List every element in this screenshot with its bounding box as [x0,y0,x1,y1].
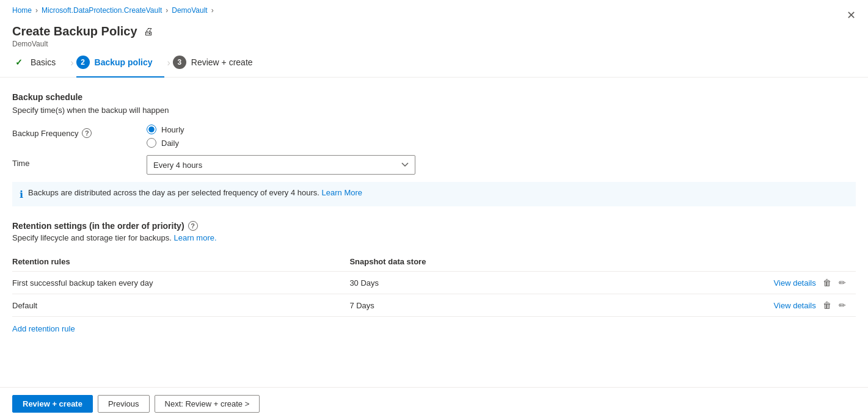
info-icon: ℹ [20,189,23,200]
main-content: Backup schedule Specify time(s) when the… [0,78,868,420]
row2-delete-button[interactable]: 🗑 [823,300,831,310]
tab-backup-policy-number: 2 [76,56,90,69]
radio-hourly-label: Hourly [161,125,184,134]
tab-backup-policy[interactable]: 2 Backup policy [76,48,165,78]
tab-basics[interactable]: ✓ Basics [12,48,68,78]
backup-frequency-label: Backup Frequency ? [12,125,147,138]
breadcrumb-sep-2: › [166,6,168,15]
retention-header: Retention settings (in the order of prio… [12,221,856,231]
tab-backup-policy-label: Backup policy [95,57,153,67]
row1-edit-button[interactable]: ✏ [839,278,846,288]
time-dropdown[interactable]: Every 1 hour Every 2 hours Every 4 hours… [147,155,415,175]
info-box: ℹ Backups are distributed across the day… [12,182,856,206]
breadcrumb: Home › Microsoft.DataProtection.CreateVa… [0,0,868,18]
radio-hourly[interactable]: Hourly [147,125,856,134]
page-wrapper: Home › Microsoft.DataProtection.CreateVa… [0,0,868,420]
row1-snapshot: 30 Days [349,272,518,294]
backup-frequency-options: Hourly Daily [147,125,856,148]
table-row: Default 7 Days View details 🗑 ✏ [12,294,856,317]
time-label: Time [12,155,147,168]
time-row: Time Every 1 hour Every 2 hours Every 4 … [12,155,856,175]
wizard-tabs: ✓ Basics › 2 Backup policy › 3 Review + … [0,48,868,78]
retention-desc: Specify lifecycle and storage tier for b… [12,233,856,242]
learn-more-link[interactable]: Learn More [322,188,362,197]
close-button[interactable]: ✕ [847,9,856,22]
row2-edit-button[interactable]: ✏ [839,300,846,310]
retention-learn-more-link[interactable]: Learn more. [173,233,216,242]
col-header-snapshot: Snapshot data store [349,252,518,272]
col-header-rules: Retention rules [12,252,349,272]
page-subtitle: DemoVault [12,40,153,48]
tab-basics-check: ✓ [12,56,26,69]
info-text: Backups are distributed across the day a… [28,188,362,197]
col-header-action [519,252,856,272]
previous-button[interactable]: Previous [98,395,150,413]
row2-actions: View details 🗑 ✏ [519,294,856,317]
retention-section: Retention settings (in the order of prio… [12,221,856,333]
radio-daily-input[interactable] [147,138,156,148]
row1-rule: First successful backup taken every day [12,272,349,294]
breadcrumb-demovault[interactable]: DemoVault [172,6,207,15]
frequency-help-icon[interactable]: ? [82,128,92,138]
table-row: First successful backup taken every day … [12,272,856,294]
tab-basics-label: Basics [31,57,56,67]
backup-schedule-title: Backup schedule [12,92,856,102]
row2-view-details[interactable]: View details [774,301,816,310]
tab-sep-2: › [167,57,170,68]
next-button[interactable]: Next: Review + create > [155,395,260,413]
row1-actions: View details 🗑 ✏ [519,272,856,294]
breadcrumb-sep-1: › [35,6,38,15]
footer: Review + create Previous Next: Review + … [0,387,868,420]
row1-view-details[interactable]: View details [774,278,816,288]
row2-snapshot: 7 Days [349,294,518,317]
tab-sep-1: › [70,57,73,68]
breadcrumb-sep-3: › [211,6,214,15]
radio-hourly-input[interactable] [147,125,156,134]
page-header: Create Backup Policy 🖨 DemoVault ✕ [0,18,868,48]
print-icon[interactable]: 🖨 [144,26,153,37]
page-title: Create Backup Policy [12,24,137,38]
row1-delete-button[interactable]: 🗑 [823,278,831,288]
breadcrumb-vault-create[interactable]: Microsoft.DataProtection.CreateVault [42,6,162,15]
tab-review-create[interactable]: 3 Review + create [173,48,265,78]
backup-schedule-desc: Specify time(s) when the backup will hap… [12,106,856,115]
add-retention-rule-link[interactable]: Add retention rule [12,324,75,333]
retention-table: Retention rules Snapshot data store Firs… [12,252,856,317]
radio-daily-label: Daily [161,139,179,148]
review-create-button[interactable]: Review + create [12,395,93,413]
tab-review-create-label: Review + create [191,57,253,67]
header-left: Create Backup Policy 🖨 DemoVault [12,24,153,48]
row2-rule: Default [12,294,349,317]
backup-frequency-row: Backup Frequency ? Hourly Daily [12,125,856,148]
tab-review-create-number: 3 [173,56,186,69]
time-control: Every 1 hour Every 2 hours Every 4 hours… [147,155,856,175]
radio-daily[interactable]: Daily [147,138,856,148]
breadcrumb-home[interactable]: Home [12,6,32,15]
retention-help-icon[interactable]: ? [188,221,198,231]
